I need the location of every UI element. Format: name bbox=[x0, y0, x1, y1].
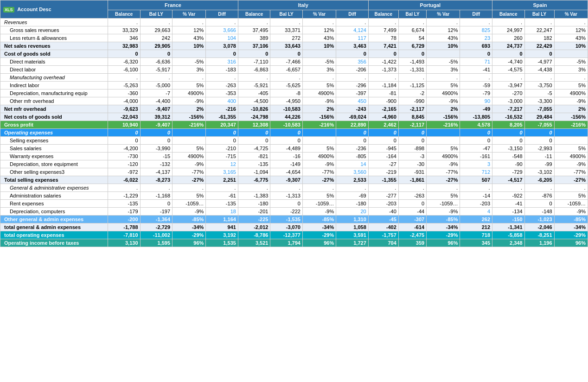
spain-cell: 29,484 bbox=[524, 113, 554, 121]
italy-cell: 43% bbox=[302, 34, 336, 42]
portugal-cell: . bbox=[460, 74, 492, 82]
italy-cell: . bbox=[270, 19, 303, 26]
italy-cell: 0 bbox=[238, 137, 270, 145]
account-name-cell: Direct labor bbox=[0, 66, 108, 74]
portugal-cell: -156% bbox=[427, 113, 460, 121]
account-name-cell: Net costs of goods sold bbox=[0, 113, 108, 121]
france-cell: . bbox=[206, 184, 238, 192]
portugal-cell: 78 bbox=[368, 34, 398, 42]
france-cell: 3,666 bbox=[206, 26, 238, 34]
spain-cell: . bbox=[554, 184, 588, 192]
col-header: Diff bbox=[206, 10, 238, 19]
portugal-cell: -59 bbox=[460, 82, 492, 89]
italy-cell: -9% bbox=[302, 208, 336, 216]
spain-cell: -5 bbox=[524, 89, 554, 97]
portugal-cell: -1,184 bbox=[368, 82, 398, 89]
france-cell: -972 bbox=[108, 168, 141, 176]
portugal-cell bbox=[427, 129, 460, 137]
portugal-cell: -1059… bbox=[427, 200, 460, 208]
spain-cell: -4,517 bbox=[492, 176, 525, 184]
france-cell: -11,002 bbox=[140, 231, 173, 239]
italy-cell: 3,463 bbox=[336, 42, 369, 50]
portugal-cell: -900 bbox=[368, 97, 398, 105]
portugal-cell: -5% bbox=[427, 58, 460, 66]
portugal-cell: -29% bbox=[427, 231, 460, 239]
spain-cell: -9% bbox=[554, 97, 588, 105]
italy-cell: -34% bbox=[302, 223, 336, 231]
france-cell: -2,729 bbox=[140, 223, 173, 231]
france-cell: . bbox=[206, 19, 238, 26]
france-cell: -3,990 bbox=[140, 145, 173, 153]
account-name-cell: Other mfr overhead bbox=[0, 97, 108, 105]
portugal-cell: -2 bbox=[398, 89, 426, 97]
italy-cell: -7,466 bbox=[270, 58, 303, 66]
france-cell: 0 bbox=[206, 137, 238, 145]
col-header: Bal LY bbox=[524, 10, 554, 19]
italy-cell: 1,727 bbox=[336, 239, 369, 247]
italy-cell: 0 bbox=[336, 129, 369, 137]
italy-cell: -397 bbox=[336, 89, 369, 97]
france-cell: -730 bbox=[108, 153, 141, 160]
spain-cell: -148 bbox=[524, 208, 554, 216]
spain-cell: -85% bbox=[554, 216, 588, 223]
portugal-cell: 2,462 bbox=[368, 121, 398, 129]
france-cell: . bbox=[140, 19, 173, 26]
spain-cell: -156% bbox=[554, 113, 588, 121]
portugal-cell: -3 bbox=[398, 153, 426, 160]
italy-cell: -9% bbox=[302, 97, 336, 105]
france-cell: 43% bbox=[173, 34, 206, 42]
spain-cell: -7,217 bbox=[492, 105, 525, 113]
account-name-cell: Indirect labor bbox=[0, 82, 108, 89]
italy-cell: -4,725 bbox=[238, 145, 270, 153]
spain-cell: -3,750 bbox=[524, 82, 554, 89]
spain-cell: 24,737 bbox=[492, 42, 525, 50]
spain-cell bbox=[554, 50, 588, 58]
portugal-cell: 507 bbox=[460, 176, 492, 184]
france-cell: . bbox=[108, 74, 141, 82]
portugal-cell: 71 bbox=[460, 58, 492, 66]
portugal-cell: -203 bbox=[460, 200, 492, 208]
portugal-cell: 4,578 bbox=[460, 121, 492, 129]
spain-cell: -548 bbox=[492, 153, 525, 160]
italy-cell: -29% bbox=[302, 231, 336, 239]
france-cell bbox=[173, 129, 206, 137]
france-cell: -77% bbox=[173, 168, 206, 176]
spain-cell: -4,575 bbox=[492, 66, 525, 74]
france-cell: 941 bbox=[206, 223, 238, 231]
france-cell: . bbox=[140, 74, 173, 82]
italy-cell: 10% bbox=[302, 42, 336, 50]
france-cell: . bbox=[173, 19, 206, 26]
france-cell: 0 bbox=[206, 129, 238, 137]
portugal-cell: 704 bbox=[368, 239, 398, 247]
italy-cell: -16 bbox=[270, 153, 303, 160]
portugal-cell: -203 bbox=[368, 200, 398, 208]
spain-cell: -27% bbox=[554, 176, 588, 184]
france-cell: 10% bbox=[173, 42, 206, 50]
italy-cell: 117 bbox=[336, 34, 369, 42]
france-cell: -6,636 bbox=[140, 58, 173, 66]
france-cell: . bbox=[173, 184, 206, 192]
italy-cell: 5% bbox=[302, 192, 336, 200]
portugal-cell: -79 bbox=[460, 89, 492, 97]
account-name-cell: Net mfr overhead bbox=[0, 105, 108, 113]
italy-cell: -6,863 bbox=[238, 66, 270, 74]
spain-cell: 22,429 bbox=[524, 42, 554, 50]
france-cell: . bbox=[173, 74, 206, 82]
italy-cell: 37,495 bbox=[238, 26, 270, 34]
portugal-cell: . bbox=[398, 74, 426, 82]
france-cell: 1,164 bbox=[206, 216, 238, 223]
france-cell: -4,137 bbox=[140, 168, 173, 176]
france-cell: 5% bbox=[173, 82, 206, 89]
italy-cell: 96% bbox=[302, 239, 336, 247]
portugal-cell: . bbox=[368, 74, 398, 82]
portugal-cell: . bbox=[460, 184, 492, 192]
italy-cell: -5,921 bbox=[238, 82, 270, 89]
portugal-cell: -1,861 bbox=[398, 176, 426, 184]
italy-cell: -69 bbox=[336, 192, 369, 200]
portugal-cell: -614 bbox=[398, 223, 426, 231]
portugal-cell: 0 bbox=[368, 50, 398, 58]
portugal-cell: -2,475 bbox=[398, 231, 426, 239]
portugal-cell: 712 bbox=[460, 168, 492, 176]
account-name-cell: Revenues bbox=[0, 19, 108, 26]
italy-cell: 12,308 bbox=[238, 121, 270, 129]
